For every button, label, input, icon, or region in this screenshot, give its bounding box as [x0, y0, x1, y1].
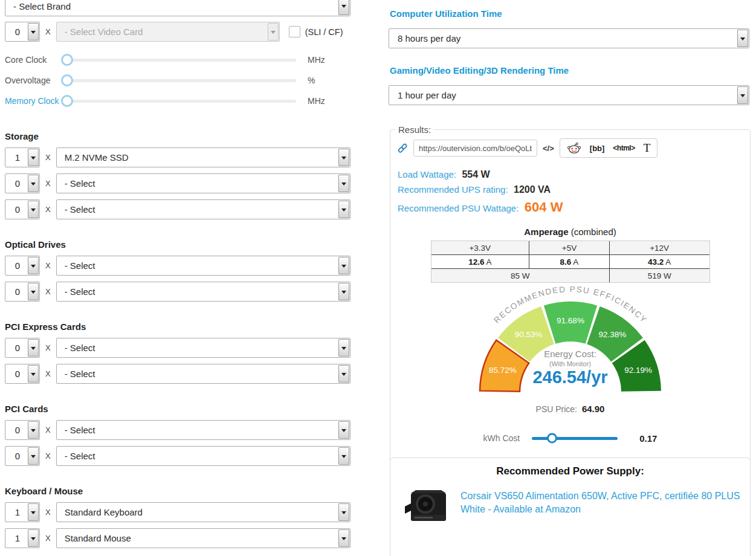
chevron-down-icon[interactable]: [28, 257, 39, 274]
component-select[interactable]: Standard Keyboard: [56, 502, 351, 522]
quantity-select[interactable]: 0: [5, 364, 40, 384]
chevron-down-icon[interactable]: [28, 365, 39, 383]
quantity-select[interactable]: 0: [5, 338, 40, 358]
component-select[interactable]: - Select: [56, 173, 351, 193]
component-select-value: Standard Mouse: [65, 533, 350, 543]
chevron-down-icon[interactable]: [338, 447, 349, 465]
html-icon[interactable]: <html>: [613, 144, 635, 152]
kwh-slider-handle[interactable]: [547, 433, 557, 444]
amperage-values-row: 12.6 A8.6 A43.2 A: [431, 255, 709, 269]
bbcode-icon[interactable]: [bb]: [590, 144, 605, 153]
component-select[interactable]: Standard Mouse: [56, 528, 351, 548]
amperage-value-cell: 8.6 A: [529, 255, 610, 269]
chevron-down-icon[interactable]: [28, 175, 39, 192]
chevron-down-icon[interactable]: [28, 529, 39, 547]
component-select-value: - Select: [65, 178, 350, 189]
chevron-down-icon[interactable]: [28, 201, 39, 218]
chevron-down-icon[interactable]: [28, 149, 39, 166]
reddit-icon[interactable]: [567, 143, 581, 154]
gaming-time-value: 1 hour per day: [397, 90, 749, 100]
chevron-down-icon[interactable]: [28, 283, 39, 300]
chevron-down-icon[interactable]: [737, 86, 748, 104]
quantity-select[interactable]: 0: [5, 199, 40, 219]
chevron-down-icon[interactable]: [338, 421, 349, 439]
gaming-time-select[interactable]: 1 hour per day: [389, 85, 749, 105]
chevron-down-icon[interactable]: [28, 339, 39, 357]
chevron-down-icon[interactable]: [338, 339, 349, 357]
chevron-down-icon[interactable]: [338, 365, 349, 383]
component-select[interactable]: - Select: [56, 282, 351, 302]
quantity-select[interactable]: 0: [5, 420, 40, 440]
chevron-down-icon[interactable]: [338, 175, 349, 192]
sli-cf-label: (SLI / CF): [305, 27, 343, 37]
slider-unit: MHz: [308, 96, 325, 106]
slider-handle[interactable]: [61, 54, 73, 66]
amperage-watts-cell: 85 W: [431, 269, 610, 283]
chevron-down-icon[interactable]: [338, 201, 349, 218]
sli-cf-checkbox[interactable]: [289, 26, 300, 37]
slider-track[interactable]: [63, 100, 296, 103]
quantity-select[interactable]: 0: [5, 446, 40, 466]
quantity-select[interactable]: 0: [5, 173, 40, 193]
chevron-down-icon[interactable]: [28, 421, 39, 439]
slider-handle[interactable]: [61, 74, 73, 86]
quantity-select[interactable]: 0: [5, 256, 40, 276]
gauge-segment-label: 92.38%: [598, 330, 626, 339]
video-card-qty-select[interactable]: 0: [5, 22, 40, 42]
slider-label[interactable]: Memory Clock: [5, 96, 63, 106]
component-row: 0X- Select: [5, 199, 351, 219]
slider-handle[interactable]: [61, 95, 73, 107]
recommended-psu-link[interactable]: Corsair VS650 Alimentation 650W, Active …: [460, 490, 745, 527]
component-select[interactable]: - Select: [56, 446, 351, 466]
component-row: 0X- Select: [5, 446, 351, 466]
component-row: 0X- Select: [5, 338, 351, 358]
gaming-time-title: Gaming/Video Editing/3D Rendering Time: [390, 65, 569, 76]
component-row: 0X- Select: [5, 364, 351, 384]
brand-select[interactable]: - Select Brand: [5, 0, 351, 16]
psu-product-image: [404, 490, 450, 527]
utilization-select[interactable]: 8 hours per day: [389, 28, 749, 48]
text-icon[interactable]: T: [644, 141, 651, 155]
times-separator: X: [45, 153, 51, 162]
chevron-down-icon[interactable]: [28, 503, 39, 521]
recommended-psu-product: Corsair VS650 Alimentation 650W, Active …: [404, 490, 750, 527]
gpu-sliders: Core ClockMHzOvervoltage%Memory ClockMHz: [5, 50, 351, 111]
slider-track[interactable]: [63, 79, 296, 82]
gpu-slider-row: Core ClockMHz: [5, 50, 351, 70]
kwh-slider[interactable]: [532, 437, 618, 440]
quantity-select[interactable]: 1: [5, 502, 40, 522]
video-card-select[interactable]: - Select Video Card: [56, 22, 280, 42]
gauge-segment-label: 90.53%: [514, 330, 542, 339]
chevron-down-icon[interactable]: [338, 283, 349, 300]
recommended-psu-title: Recommended Power Supply:: [390, 465, 750, 477]
chevron-down-icon[interactable]: [737, 30, 748, 47]
slider-track[interactable]: [63, 59, 296, 62]
component-row: 1XStandard Mouse: [5, 528, 351, 548]
amperage-rail-header: +3.3V: [431, 241, 529, 255]
code-icon[interactable]: </>: [543, 144, 554, 153]
section-keyboard-mouse: Keyboard / Mouse1XStandard Keyboard1XSta…: [5, 485, 351, 548]
chevron-down-icon[interactable]: [338, 503, 349, 521]
chevron-down-icon[interactable]: [28, 23, 39, 40]
component-select[interactable]: - Select: [56, 199, 351, 219]
link-icon: [396, 142, 409, 154]
component-select[interactable]: - Select: [56, 364, 351, 384]
section-title: Storage: [5, 131, 351, 143]
share-button-group: [bb] <html> T: [560, 138, 658, 158]
component-select[interactable]: - Select: [56, 420, 351, 440]
component-select[interactable]: - Select: [56, 338, 351, 358]
chevron-down-icon[interactable]: [338, 529, 349, 547]
load-wattage-value: 554 W: [462, 169, 489, 179]
chevron-down-icon[interactable]: [338, 149, 349, 166]
chevron-down-icon[interactable]: [338, 0, 349, 15]
share-url-input[interactable]: [413, 140, 537, 157]
quantity-select[interactable]: 1: [5, 147, 40, 167]
chevron-down-icon[interactable]: [338, 257, 349, 274]
component-select[interactable]: - Select: [56, 256, 351, 276]
component-select[interactable]: M.2 NVMe SSD: [56, 147, 351, 167]
quantity-select[interactable]: 0: [5, 282, 40, 302]
recommended-psu-panel: Recommended Power Supply:: [390, 457, 751, 556]
quantity-select[interactable]: 1: [5, 528, 40, 548]
chevron-down-icon[interactable]: [28, 447, 39, 465]
gpu-slider-row: Overvoltage%: [5, 70, 351, 91]
